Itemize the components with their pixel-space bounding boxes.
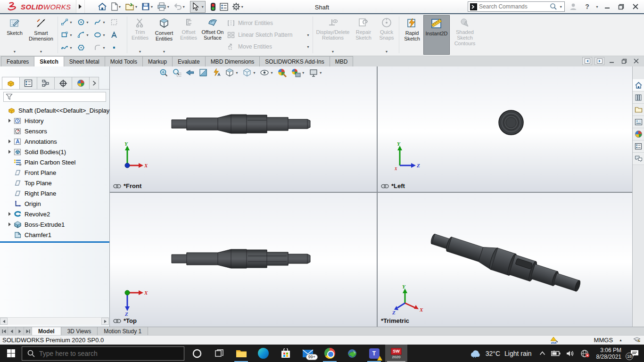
horizontal-viewport-splitter[interactable]	[110, 192, 632, 193]
previous-pane-button[interactable]	[582, 57, 592, 65]
new-document-button[interactable]: ▼	[109, 0, 123, 13]
dropdown-caret-icon[interactable]: ▼	[319, 71, 322, 74]
edit-appearance-button[interactable]	[277, 68, 287, 77]
doc-minimize-button[interactable]	[607, 57, 617, 65]
trim-entities-button[interactable]: Trim Entities ▼	[129, 15, 151, 55]
restore-button[interactable]	[615, 1, 627, 12]
tree-horizontal-scrollbar[interactable]	[0, 317, 109, 325]
fillet-tool[interactable]: ▼	[92, 41, 109, 54]
weather-widget[interactable]: 32°C Light rain	[464, 349, 537, 358]
dropdown-caret-icon[interactable]: ▼	[13, 50, 17, 53]
scroll-left-button[interactable]	[0, 318, 8, 325]
dropdown-caret-icon[interactable]: ▼	[86, 33, 89, 37]
move-entities-button[interactable]: Move Entities ▼	[227, 42, 311, 51]
line-tool[interactable]: ▼	[59, 16, 76, 29]
appearances-button[interactable]	[633, 128, 644, 140]
solidworks-taskbar-button[interactable]: SW 2020	[385, 345, 407, 362]
rebuild-warning-indicator[interactable]	[550, 337, 558, 344]
next-tab-button[interactable]	[16, 327, 24, 335]
dropdown-caret-icon[interactable]: ▼	[331, 50, 335, 53]
options-button[interactable]: ▼	[231, 0, 245, 13]
view-orientation-button[interactable]: ▼	[225, 68, 239, 77]
expand-arrow[interactable]	[6, 140, 13, 143]
search-icon[interactable]	[550, 3, 557, 10]
zoom-to-area-button[interactable]	[172, 68, 182, 77]
dropdown-caret-icon[interactable]: ▼	[139, 50, 142, 53]
close-button[interactable]	[629, 1, 641, 12]
quick-snaps-button[interactable]: Quick Snaps ▼	[376, 15, 397, 55]
previous-view-button[interactable]	[185, 68, 195, 77]
tree-item-right-plane[interactable]: Right Plane	[0, 188, 109, 198]
offset-entities-button[interactable]: Offset Entities	[177, 15, 200, 55]
tree-item-revolve2[interactable]: Revolve2	[0, 209, 109, 219]
expand-arrow[interactable]	[6, 212, 13, 216]
shaded-sketch-contours-button[interactable]: Shaded Sketch Contours	[450, 15, 480, 55]
tab-markup[interactable]: Markup	[142, 56, 173, 66]
dropdown-caret-icon[interactable]: ▼	[253, 71, 256, 74]
dropdown-caret-icon[interactable]: ▼	[595, 5, 599, 8]
network-indicator[interactable]	[578, 349, 593, 358]
dropdown-caret-icon[interactable]: ▼	[201, 5, 204, 8]
dropdown-caret-icon[interactable]: ▼	[102, 21, 106, 24]
dropdown-caret-icon[interactable]: ▼	[559, 5, 562, 8]
dimxpertmanager-tab[interactable]	[54, 77, 72, 89]
tree-item-boss-extrude1[interactable]: Boss-Extrude1	[0, 219, 109, 230]
hide-show-items-button[interactable]: ▼	[260, 68, 273, 77]
home-button[interactable]	[96, 0, 108, 13]
microsoft-store-button[interactable]	[274, 345, 297, 362]
teams-button[interactable]: T	[363, 345, 385, 362]
undo-button[interactable]: ▼	[172, 0, 187, 13]
taskbar-search-box[interactable]	[22, 346, 184, 361]
tree-filter-field[interactable]	[3, 92, 106, 102]
dropdown-caret-icon[interactable]: ▼	[69, 33, 73, 37]
open-button[interactable]: ▼	[124, 0, 139, 13]
tab-mbd[interactable]: MBD	[330, 56, 354, 66]
sketch-picture-tool[interactable]	[109, 16, 125, 29]
tab-sketch[interactable]: Sketch	[34, 56, 64, 66]
action-center-button[interactable]: 18	[625, 345, 644, 362]
dropdown-caret-icon[interactable]: ▼	[306, 33, 310, 37]
shaft-model-left-view[interactable]	[496, 107, 526, 138]
spline-tool[interactable]: ▼	[92, 16, 109, 29]
expand-arrow[interactable]	[6, 119, 13, 123]
tree-item-chamfer1[interactable]: Chamfer1	[0, 230, 109, 240]
cortana-button[interactable]	[186, 345, 208, 362]
last-tab-button[interactable]	[24, 327, 32, 335]
dropdown-caret-icon[interactable]: ▼	[240, 5, 244, 8]
start-button[interactable]	[0, 345, 22, 362]
tree-item-top-plane[interactable]: Top Plane	[0, 178, 109, 188]
repair-sketch-button[interactable]: Repair Sketch	[351, 15, 376, 55]
previous-tab-button[interactable]	[8, 327, 16, 335]
expand-arrow[interactable]	[6, 150, 13, 154]
command-search-box[interactable]: ▼	[468, 1, 565, 12]
minimize-button[interactable]	[601, 1, 613, 12]
dropdown-caret-icon[interactable]: ▼	[118, 5, 122, 8]
dropdown-caret-icon[interactable]: ▼	[235, 71, 239, 74]
tree-item-history[interactable]: History	[0, 115, 109, 126]
viewport-trimetric[interactable]: Y X Z *Trimetric	[378, 193, 632, 327]
file-properties-button[interactable]	[218, 0, 230, 13]
tree-root-shaft[interactable]: Shaft (Default<<Default>_Display Sta	[0, 105, 109, 115]
rebuild-button[interactable]	[209, 0, 217, 13]
sketch-button[interactable]: Sketch ▼	[3, 15, 26, 55]
display-delete-relations-button[interactable]: Display/Delete Relations ▼	[314, 15, 351, 55]
design-library-button[interactable]	[633, 91, 644, 104]
file-explorer-button[interactable]	[633, 104, 644, 116]
display-style-button[interactable]: ▼	[242, 68, 256, 77]
scroll-right-button[interactable]	[101, 318, 109, 325]
shaft-model-front-view[interactable]	[171, 111, 313, 137]
dropdown-caret-icon[interactable]: ▼	[102, 46, 106, 49]
dropdown-caret-icon[interactable]: ▼	[306, 45, 310, 49]
freeform-spline-tool[interactable]: ▼	[59, 41, 76, 54]
tab-mbd-dimensions[interactable]: MBD Dimensions	[205, 56, 260, 66]
dropdown-caret-icon[interactable]: ▼	[134, 5, 138, 8]
displaymanager-tab[interactable]	[72, 77, 90, 89]
viewport-left[interactable]: Y Z X *Left	[378, 66, 632, 192]
tab-features[interactable]: Features	[1, 56, 34, 66]
save-button[interactable]: ▼	[140, 0, 155, 13]
vertical-viewport-splitter[interactable]	[377, 66, 378, 327]
shaft-model-trimetric-view[interactable]	[424, 220, 599, 304]
tree-item-origin[interactable]: Origin	[0, 198, 109, 209]
dropdown-caret-icon[interactable]: ▼	[166, 5, 170, 8]
configurationmanager-tab[interactable]	[37, 77, 55, 89]
